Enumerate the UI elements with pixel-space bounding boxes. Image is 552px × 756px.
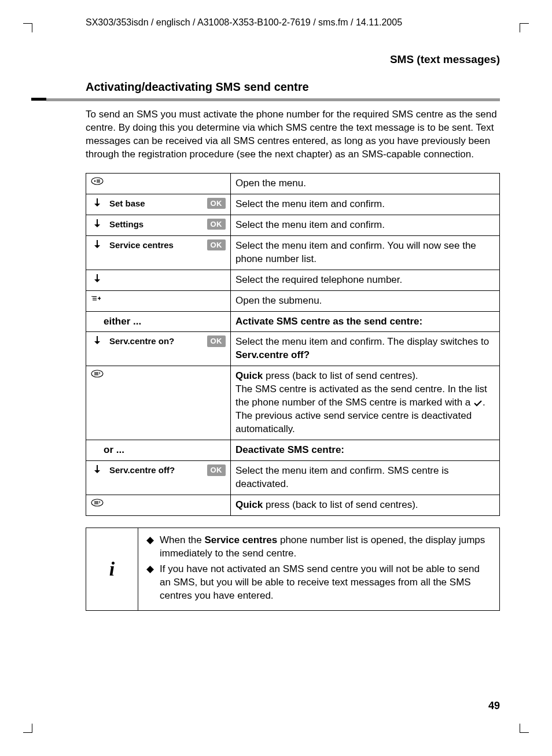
list-oval-icon <box>91 499 104 507</box>
crop-mark <box>32 724 32 733</box>
crop-mark <box>23 732 32 733</box>
intro-paragraph: To send an SMS you must activate the pho… <box>46 108 500 161</box>
submenu-icon <box>91 294 104 303</box>
svg-rect-7 <box>93 300 97 300</box>
menu-item-label: Set base <box>109 198 201 209</box>
svg-rect-14 <box>94 375 98 375</box>
info-bullet: ◆ When the Service centres phone number … <box>146 534 491 560</box>
menu-item-label: Serv.centre on? <box>109 335 201 347</box>
svg-point-8 <box>91 296 93 297</box>
page-number: 49 <box>488 699 500 713</box>
diamond-bullet-icon: ◆ <box>146 563 154 603</box>
step-description: Quick press (back to list of send centre… <box>231 366 500 440</box>
step-description: Select the menu item and confirm. The di… <box>231 332 500 366</box>
ok-badge: OK <box>207 239 226 251</box>
svg-rect-2 <box>97 179 100 180</box>
table-row: Serv.centre off? OK Select the menu item… <box>86 460 500 495</box>
info-box: i ◆ When the Service centres phone numbe… <box>86 528 500 611</box>
heading-rule <box>46 98 500 101</box>
ok-badge: OK <box>207 198 226 209</box>
svg-rect-4 <box>97 182 100 182</box>
margin-marker <box>31 98 46 101</box>
svg-rect-17 <box>94 502 98 503</box>
section-title: SMS (text messages) <box>46 52 500 67</box>
table-row: Open the menu. <box>86 173 500 194</box>
svg-rect-3 <box>97 180 100 181</box>
table-row: Quick press (back to list of send centre… <box>86 495 500 515</box>
down-arrow-icon <box>91 464 104 474</box>
list-oval-icon <box>91 370 104 378</box>
down-arrow-icon <box>91 335 104 345</box>
svg-rect-5 <box>93 296 97 297</box>
table-row: or ... Deactivate SMS centre: <box>86 440 500 461</box>
table-row: Serv.centre on? OK Select the menu item … <box>86 332 500 366</box>
ok-badge: OK <box>207 335 226 347</box>
subsection-heading: Activate SMS centre as the send centre: <box>231 311 500 332</box>
table-row: Quick press (back to list of send centre… <box>86 366 500 440</box>
crop-mark <box>520 732 529 733</box>
table-row: Open the submenu. <box>86 290 500 311</box>
ok-badge: OK <box>207 464 226 476</box>
info-icon: i <box>86 528 138 611</box>
step-description: Select the required telephone number. <box>231 270 500 290</box>
svg-rect-16 <box>94 501 98 501</box>
svg-rect-18 <box>94 503 98 504</box>
menu-item-label: Serv.centre off? <box>109 464 201 476</box>
svg-rect-13 <box>94 374 98 374</box>
crop-mark <box>520 23 520 32</box>
svg-rect-10 <box>99 297 100 300</box>
subheading: Activating/deactivating SMS send centre <box>46 79 500 98</box>
table-row: Set base OK Select the menu item and con… <box>86 194 500 215</box>
down-arrow-icon <box>91 219 104 228</box>
step-description: Open the submenu. <box>231 290 500 311</box>
menu-oval-icon <box>91 177 104 185</box>
svg-point-1 <box>94 180 96 182</box>
crop-mark <box>32 23 32 32</box>
or-label: or ... <box>91 444 226 457</box>
step-description: Select the menu item and confirm. SMS ce… <box>231 460 500 495</box>
header-path: SX303/353isdn / englisch / A31008-X353-B… <box>46 16 500 29</box>
down-arrow-icon <box>91 198 104 207</box>
crop-mark <box>520 23 529 24</box>
check-icon <box>473 400 483 407</box>
info-bullet: ◆ If you have not activated an SMS send … <box>146 563 491 603</box>
menu-item-label: Settings <box>109 219 201 230</box>
step-description: Select the menu item and confirm. <box>231 194 500 215</box>
svg-rect-12 <box>94 373 98 373</box>
menu-item-label: Service centres <box>109 239 201 251</box>
down-arrow-icon <box>91 239 104 249</box>
subsection-heading: Deactivate SMS centre: <box>231 440 500 461</box>
crop-mark <box>520 724 520 733</box>
table-row: Settings OK Select the menu item and con… <box>86 215 500 235</box>
down-arrow-icon <box>91 274 104 283</box>
ok-badge: OK <box>207 219 226 230</box>
table-row: Service centres OK Select the menu item … <box>86 235 500 270</box>
step-description: Select the menu item and confirm. <box>231 215 500 235</box>
table-row: either ... Activate SMS centre as the se… <box>86 311 500 332</box>
step-description: Open the menu. <box>231 173 500 194</box>
crop-mark <box>23 23 32 24</box>
procedure-table: Open the menu. Set base OK Select the me… <box>86 173 500 516</box>
step-description: Quick press (back to list of send centre… <box>231 495 500 515</box>
table-row: Select the required telephone number. <box>86 270 500 290</box>
either-label: either ... <box>91 315 226 329</box>
svg-rect-6 <box>93 298 97 298</box>
diamond-bullet-icon: ◆ <box>146 534 154 560</box>
step-description: Select the menu item and confirm. You wi… <box>231 235 500 270</box>
